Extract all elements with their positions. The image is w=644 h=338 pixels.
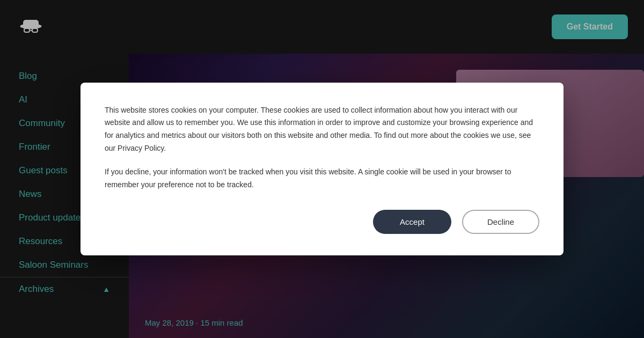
cookie-secondary-text: If you decline, your information won't b… <box>105 166 539 192</box>
cookie-buttons: Accept Decline <box>105 210 539 234</box>
cookie-primary-text: This website stores cookies on your comp… <box>105 104 539 155</box>
accept-button[interactable]: Accept <box>373 210 451 234</box>
cookie-modal: This website stores cookies on your comp… <box>80 83 564 256</box>
decline-button[interactable]: Decline <box>462 210 539 234</box>
modal-overlay: This website stores cookies on your comp… <box>0 0 644 338</box>
